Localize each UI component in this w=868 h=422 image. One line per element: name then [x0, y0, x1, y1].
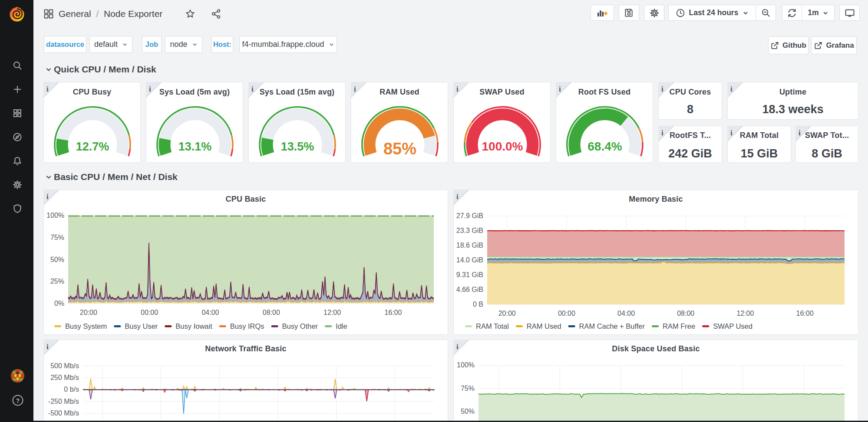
svg-text:12:00: 12:00 — [736, 310, 754, 317]
svg-text:Idle: Idle — [336, 322, 347, 330]
svg-text:9.31 GiB: 9.31 GiB — [456, 271, 483, 278]
svg-text:0%: 0% — [54, 300, 64, 307]
svg-text:20:00: 20:00 — [80, 309, 97, 316]
svg-text:75%: 75% — [50, 234, 64, 241]
svg-text:4.66 GiB: 4.66 GiB — [456, 286, 483, 293]
svg-text:12.7%: 12.7% — [76, 140, 109, 153]
svg-text:RAM Total: RAM Total — [476, 322, 509, 330]
svg-text:08:00: 08:00 — [677, 310, 694, 317]
svg-text:Busy System: Busy System — [65, 322, 107, 330]
svg-text:00:00: 00:00 — [141, 309, 158, 316]
svg-text:00:00: 00:00 — [558, 310, 575, 317]
svg-text:85%: 85% — [383, 140, 416, 158]
svg-text:23.3 GiB: 23.3 GiB — [456, 227, 483, 234]
svg-text:100%: 100% — [457, 361, 475, 369]
svg-text:08:00: 08:00 — [263, 309, 280, 316]
svg-text:RAM Cache + Buffer: RAM Cache + Buffer — [579, 322, 645, 330]
svg-text:04:00: 04:00 — [617, 310, 635, 317]
svg-text:16:00: 16:00 — [796, 310, 814, 317]
svg-text:0 B: 0 B — [473, 301, 483, 308]
svg-text:?: ? — [16, 397, 20, 404]
svg-text:20:00: 20:00 — [498, 310, 516, 317]
svg-text:-250 Mb/s: -250 Mb/s — [48, 398, 79, 405]
svg-text:RAM Used: RAM Used — [527, 322, 561, 330]
svg-text:100%: 100% — [46, 212, 64, 219]
svg-text:13.1%: 13.1% — [178, 140, 212, 153]
svg-text:500 Mb/s: 500 Mb/s — [50, 362, 79, 370]
svg-text:-500 Mb/s: -500 Mb/s — [48, 409, 79, 417]
svg-text:68.4%: 68.4% — [587, 140, 622, 153]
svg-text:100.0%: 100.0% — [482, 140, 523, 153]
svg-text:25%: 25% — [50, 278, 64, 285]
svg-text:13.5%: 13.5% — [281, 140, 314, 153]
svg-text:27.9 GiB: 27.9 GiB — [456, 212, 483, 219]
svg-text:50%: 50% — [461, 408, 475, 415]
svg-text:12:00: 12:00 — [323, 309, 341, 316]
svg-text:RAM Free: RAM Free — [663, 322, 695, 330]
svg-text:Busy Other: Busy Other — [282, 322, 318, 330]
svg-text:18.6 GiB: 18.6 GiB — [456, 242, 483, 249]
svg-text:14.0 GiB: 14.0 GiB — [456, 256, 483, 264]
svg-text:50%: 50% — [50, 256, 64, 263]
svg-text:75%: 75% — [461, 385, 475, 392]
svg-text:SWAP Used: SWAP Used — [713, 322, 752, 330]
svg-text:Busy IRQs: Busy IRQs — [230, 322, 264, 330]
svg-text:0 b/s: 0 b/s — [64, 386, 79, 393]
svg-text:04:00: 04:00 — [201, 309, 219, 316]
svg-text:250 Mb/s: 250 Mb/s — [50, 374, 79, 381]
svg-text:Busy Iowait: Busy Iowait — [175, 322, 212, 330]
svg-text:Busy User: Busy User — [125, 322, 158, 330]
svg-text:16:00: 16:00 — [384, 309, 402, 316]
